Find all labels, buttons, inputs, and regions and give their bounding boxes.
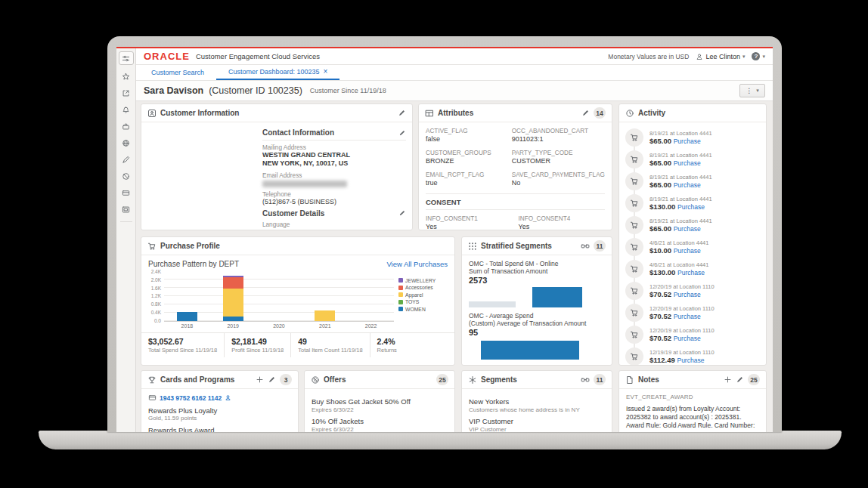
purchase-link[interactable]: Purchase bbox=[674, 225, 701, 233]
program-item: Rewards Plus Award bbox=[148, 426, 291, 432]
chart-x-axis: 20182019202020212022 bbox=[164, 323, 394, 329]
monetary-note: Monetary Values are in USD bbox=[608, 53, 689, 60]
help-icon: ? bbox=[752, 52, 760, 60]
close-icon[interactable]: × bbox=[324, 68, 328, 76]
view-glasses-icon[interactable] bbox=[581, 375, 590, 385]
user-menu[interactable]: Lee Clinton ▾ bbox=[696, 53, 745, 60]
add-icon[interactable] bbox=[724, 375, 732, 384]
help-menu[interactable]: ? ▾ bbox=[752, 52, 765, 60]
rail-divider bbox=[120, 221, 132, 222]
view-all-purchases-link[interactable]: View All Purchases bbox=[386, 260, 448, 268]
consent-section-title: CONSENT bbox=[426, 193, 605, 210]
stat-cell: $3,052.67 Total Spend Since 11/19/18 bbox=[141, 333, 224, 357]
trophy-icon bbox=[147, 375, 157, 385]
stat-cell: $2,181.49 Profit Since 11/19/18 bbox=[224, 333, 290, 357]
edit-pencil-icon[interactable] bbox=[736, 375, 744, 384]
activity-card: Activity 8/19/21 bbox=[618, 103, 767, 366]
purchase-link[interactable]: Purchase bbox=[677, 203, 705, 211]
programs-list: Rewards Plus Loyalty Gold, 11.59 points … bbox=[148, 406, 291, 432]
tab-customer-dashboard[interactable]: Customer Dashboard: 100235 × bbox=[216, 65, 339, 80]
attribute-item: PARTY_TYPE_CODE CUSTOMER bbox=[512, 150, 605, 165]
cart-icon bbox=[625, 150, 643, 168]
page-actions-button[interactable]: ⋮▾ bbox=[739, 84, 765, 97]
view-glasses-icon[interactable] bbox=[581, 242, 590, 251]
cards-programs-card: Cards and Programs 3 1943 9752 6162 1142 bbox=[141, 370, 299, 432]
activity-item: 4/6/21 at Location 4441 $10.00 Purchase bbox=[625, 236, 760, 258]
program-item: Rewards Plus Loyalty Gold, 11.59 points bbox=[148, 406, 291, 422]
table-icon bbox=[425, 109, 434, 118]
sliders-icon[interactable] bbox=[119, 51, 134, 65]
legend-entry: WOMEN bbox=[398, 307, 450, 312]
offers-card: Offers 25 Buy Shoes Get Jacket 50% Off E… bbox=[304, 370, 455, 432]
purchase-link[interactable]: Purchase bbox=[674, 291, 701, 298]
briefcase-icon[interactable] bbox=[119, 121, 132, 131]
activity-item: 12/19/19 at Location 1110 $112.49 Purcha… bbox=[625, 345, 760, 366]
email-label: Email Address bbox=[262, 172, 406, 179]
purchase-link[interactable]: Purchase bbox=[674, 335, 701, 342]
bar-column bbox=[177, 312, 197, 321]
edit-pencil-icon[interactable] bbox=[398, 209, 406, 217]
stratified-item: OMC - Average Spend (Custom) Average of … bbox=[469, 312, 605, 360]
page-header: Sara Davison (Customer ID 100235) Custom… bbox=[136, 81, 773, 101]
cart-icon bbox=[625, 304, 643, 322]
activity-item: 12/20/19 at Location 1110 $70.52 Purchas… bbox=[625, 301, 760, 323]
brush-icon[interactable] bbox=[119, 154, 132, 165]
legend-entry: JEWELLERY bbox=[398, 278, 450, 283]
page-title: Sara Davison (Customer ID 100235) bbox=[144, 85, 302, 96]
purchase-profile-card: Purchase Profile Purchase Pattern by DEP… bbox=[141, 236, 455, 366]
star-icon[interactable] bbox=[119, 71, 132, 82]
card-number-link[interactable]: 1943 9752 6162 1142 bbox=[160, 394, 222, 402]
left-icon-rail bbox=[116, 48, 136, 432]
attributes-grid: ACTIVE_FLAG false OCC_ABANDONED_CART 901… bbox=[426, 128, 605, 187]
purchase-link[interactable]: Purchase bbox=[677, 357, 704, 364]
activity-item: 8/19/21 at Location 4441 $65.00 Purchase bbox=[625, 148, 760, 170]
globe-icon[interactable] bbox=[119, 137, 132, 148]
person-card-icon bbox=[147, 109, 157, 118]
stratified-item: OMC - Total Spend 6M - Online Sum of Tra… bbox=[469, 260, 605, 307]
legend-swatch bbox=[398, 286, 403, 290]
tab-customer-search[interactable]: Customer Search bbox=[139, 65, 216, 80]
legend-swatch bbox=[398, 292, 403, 297]
edit-pencil-icon[interactable] bbox=[398, 129, 406, 137]
ban-icon[interactable] bbox=[119, 171, 132, 181]
bar-segment bbox=[223, 289, 243, 317]
bar-column bbox=[315, 310, 335, 321]
cart-icon bbox=[147, 242, 157, 251]
purchase-link[interactable]: Purchase bbox=[674, 137, 701, 145]
purchase-link[interactable]: Purchase bbox=[674, 247, 701, 255]
legend-swatch bbox=[398, 300, 403, 304]
percent-icon bbox=[311, 375, 320, 385]
purchase-link[interactable]: Purchase bbox=[674, 159, 701, 167]
attribute-item: SAVE_CARD_PAYMENTS_FLAG No bbox=[512, 171, 605, 187]
purchase-link[interactable]: Purchase bbox=[674, 181, 701, 189]
chart-title: Purchase Pattern by DEPT bbox=[148, 260, 239, 268]
stat-cell: 49 Total Item Count 11/19/18 bbox=[290, 333, 369, 357]
bar-segment bbox=[315, 310, 335, 321]
tab-bar: Customer Search Customer Dashboard: 1002… bbox=[136, 65, 773, 81]
open-window-icon[interactable] bbox=[119, 88, 132, 98]
phone-value: (512)867-5 (BUSINESS) bbox=[262, 198, 406, 206]
activity-item: 8/19/21 at Location 4441 $65.00 Purchase bbox=[625, 170, 760, 192]
document-icon bbox=[625, 375, 634, 385]
attribute-item: INFO_CONSENT1 Yes bbox=[426, 215, 513, 230]
cart-icon bbox=[625, 260, 643, 278]
credit-card-rail-icon[interactable] bbox=[119, 187, 132, 198]
bell-icon[interactable] bbox=[119, 104, 132, 115]
dashboard-content: Customer Information Contact Information bbox=[136, 101, 773, 432]
activity-item: 12/20/19 at Location 1110 $70.52 Purchas… bbox=[625, 280, 760, 301]
credit-card-icon bbox=[148, 394, 157, 402]
purchase-link[interactable]: Purchase bbox=[677, 269, 705, 276]
activity-item: 4/6/21 at Location 4441 $130.00 Purchase bbox=[625, 258, 760, 280]
screen-box-icon[interactable] bbox=[119, 204, 132, 215]
distribution-bar bbox=[481, 341, 579, 360]
add-icon[interactable] bbox=[256, 375, 264, 384]
legend-swatch bbox=[398, 278, 403, 283]
cart-icon bbox=[625, 347, 643, 366]
activity-item: 8/19/21 at Location 4441 $65.00 Purchase bbox=[625, 214, 760, 236]
user-icon bbox=[696, 53, 703, 60]
edit-pencil-icon[interactable] bbox=[581, 109, 590, 117]
edit-pencil-icon[interactable] bbox=[268, 375, 276, 384]
purchase-link[interactable]: Purchase bbox=[674, 313, 701, 320]
edit-pencil-icon[interactable] bbox=[398, 109, 406, 117]
cart-icon bbox=[625, 282, 643, 300]
